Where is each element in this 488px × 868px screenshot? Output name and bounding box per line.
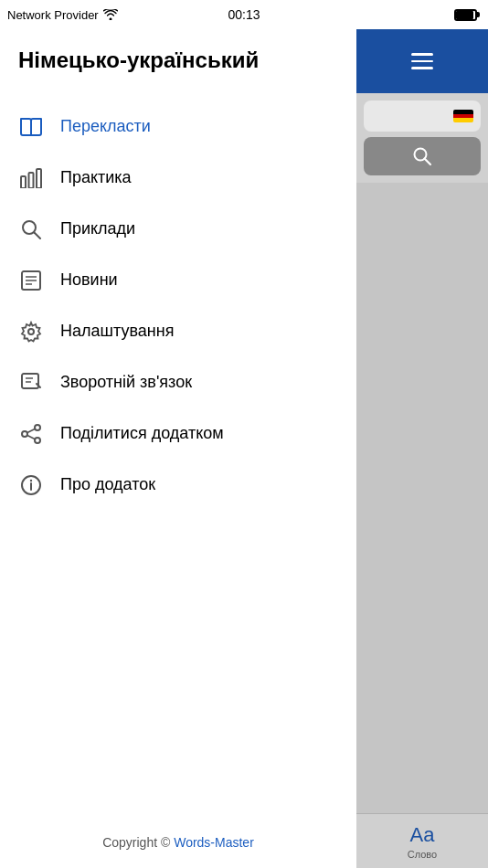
german-flag-icon [453, 110, 473, 122]
left-panel: Німецько-український Перекласти [0, 29, 356, 868]
feedback-icon [18, 370, 44, 396]
hamburger-line-1 [411, 53, 433, 56]
svg-point-15 [35, 438, 40, 443]
right-content [356, 183, 488, 813]
menu-item-settings[interactable]: Налаштування [0, 306, 356, 357]
search-icon [18, 217, 44, 242]
feedback-label: Зворотній зв'язок [60, 373, 192, 392]
app-title: Німецько-український [0, 29, 356, 101]
news-icon [18, 268, 44, 293]
menu-item-share[interactable]: Поділитися додатком [0, 408, 356, 460]
right-panel: Aa Слово [356, 29, 488, 868]
language-selector[interactable] [364, 101, 481, 132]
svg-rect-1 [29, 173, 34, 188]
hamburger-line-2 [411, 60, 433, 63]
svg-point-13 [35, 425, 40, 430]
svg-rect-0 [21, 176, 26, 188]
flag-stripe-gold [453, 118, 473, 122]
practice-icon [18, 165, 44, 191]
right-header [356, 29, 488, 93]
wifi-icon [103, 9, 118, 20]
status-time: 00:13 [228, 7, 260, 22]
battery-icon [454, 9, 477, 21]
svg-line-22 [425, 159, 431, 165]
svg-line-16 [27, 429, 35, 432]
svg-point-20 [30, 480, 32, 482]
footer-text: Copyright © [102, 835, 174, 850]
main-layout: Німецько-український Перекласти [0, 29, 488, 868]
svg-point-9 [28, 329, 34, 334]
hamburger-line-3 [411, 67, 433, 69]
hamburger-icon[interactable] [411, 53, 433, 69]
news-label: Новини [60, 270, 118, 290]
menu-item-about[interactable]: Про додаток [0, 460, 356, 511]
status-left: Network Provider [7, 8, 118, 22]
share-label: Поділитися додатком [60, 424, 224, 443]
right-footer: Aa Слово [356, 813, 488, 868]
menu-item-feedback[interactable]: Зворотній зв'язок [0, 357, 356, 408]
menu-item-translate[interactable]: Перекласти [0, 101, 356, 153]
practice-label: Практика [60, 168, 132, 187]
about-label: Про додаток [60, 475, 155, 494]
battery-fill [456, 11, 473, 19]
font-size-indicator: Aa [410, 823, 435, 847]
right-search-area [356, 93, 488, 183]
examples-label: Приклади [60, 219, 135, 238]
svg-rect-2 [37, 169, 41, 188]
svg-line-4 [35, 232, 41, 238]
share-icon [18, 421, 44, 447]
search-box-icon [412, 146, 432, 166]
network-provider-label: Network Provider [7, 8, 99, 22]
word-label: Слово [408, 849, 437, 860]
book-icon [18, 114, 44, 140]
battery-indicator [454, 9, 477, 21]
gear-icon [18, 319, 44, 344]
menu-item-practice[interactable]: Практика [0, 153, 356, 204]
menu-list: Перекласти Практика [0, 101, 356, 817]
info-icon [18, 472, 44, 498]
status-bar: Network Provider 00:13 [0, 0, 488, 29]
footer: Copyright © Words-Master [0, 817, 356, 868]
footer-link[interactable]: Words-Master [174, 835, 254, 850]
translate-label: Перекласти [60, 117, 151, 136]
menu-item-news[interactable]: Новини [0, 255, 356, 306]
menu-item-examples[interactable]: Приклади [0, 204, 356, 255]
svg-rect-10 [22, 374, 38, 388]
svg-point-14 [22, 431, 27, 437]
settings-label: Налаштування [60, 322, 174, 341]
search-box[interactable] [364, 137, 481, 175]
svg-line-17 [27, 435, 35, 439]
